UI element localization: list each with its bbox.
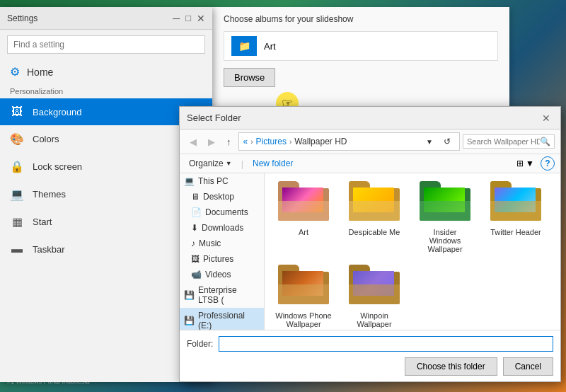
refresh-button[interactable]: ↺	[439, 134, 455, 149]
dialog-actions-bar: Organize ▼ | New folder ⊞ ▼ ?	[180, 154, 560, 173]
folder-shape-art	[278, 184, 329, 221]
search-bar: 🔍	[463, 134, 555, 149]
themes-icon: 💻	[10, 188, 24, 201]
folder-thumb-despicable	[349, 184, 400, 225]
settings-titlebar: Settings ─ □ ✕	[0, 7, 212, 30]
desktop-folder-icon: 🖥	[191, 192, 200, 202]
breadcrumb-pictures[interactable]: Pictures	[256, 137, 287, 146]
folder-front-twitter	[490, 201, 541, 221]
sidebar-videos[interactable]: 📹 Videos	[180, 267, 264, 282]
folder-label-winpoin: Winpoin Wallpaper	[346, 311, 403, 328]
colors-nav-label: Colors	[33, 134, 59, 144]
folder-label-art: Art	[299, 228, 308, 236]
new-folder-button[interactable]: New folder	[249, 157, 296, 170]
breadcrumb-current: Wallpaper HD	[294, 137, 347, 146]
documents-icon: 📄	[191, 207, 202, 217]
folder-label-despicable: Despicable Me	[349, 228, 400, 236]
videos-label: Videos	[205, 270, 231, 279]
slideshow-title: Choose albums for your slideshow	[224, 14, 498, 24]
help-button[interactable]: ?	[541, 156, 555, 171]
dialog-body: 💻 This PC 🖥 Desktop 📄 Documents ⬇ Downlo…	[180, 173, 560, 330]
settings-close-btn[interactable]: ✕	[197, 13, 205, 24]
back-button[interactable]: ◀	[185, 134, 201, 149]
view-mode-button[interactable]: ⊞ ▼	[513, 156, 538, 171]
folder-item-winphone[interactable]: Windows Phone Wallpaper	[272, 264, 335, 330]
dialog-titlebar: Select Folder ✕	[180, 107, 560, 129]
start-nav-label: Start	[33, 217, 52, 227]
sidebar-thispc[interactable]: 💻 This PC	[180, 173, 264, 189]
dialog-buttons: Choose this folder Cancel	[187, 357, 553, 376]
folder-item-art[interactable]: Art	[272, 180, 335, 257]
taskbar-nav-label: Taskbar	[33, 244, 65, 255]
folder-item-twitter[interactable]: Twitter Header	[484, 180, 548, 257]
breadcrumb-sep2: ›	[289, 138, 291, 146]
folder-item-despicable[interactable]: Despicable Me	[342, 180, 406, 257]
sidebar-pictures[interactable]: 🖼 Pictures	[180, 251, 264, 267]
enterprise-label: Enterprise LTSB (	[198, 285, 260, 305]
folder-thumb-winphone	[278, 267, 329, 309]
start-icon: ▦	[10, 215, 24, 229]
background-nav-label: Background	[33, 107, 81, 117]
settings-home-nav[interactable]: ⚙ Home	[0, 59, 212, 84]
desktop-label: Desktop	[203, 192, 234, 202]
sidebar-music[interactable]: ♪ Music	[180, 236, 264, 251]
settings-minimize-btn[interactable]: ─	[173, 13, 180, 24]
background-icon: 🖼	[10, 105, 24, 118]
sidebar-enterprise[interactable]: 💾 Enterprise LTSB (	[180, 282, 264, 308]
folder-item-winpoin[interactable]: Winpoin Wallpaper	[342, 264, 406, 330]
downloads-label: Downloads	[202, 223, 243, 233]
thispc-icon: 💻	[184, 176, 195, 186]
taskbar-icon: ▬	[10, 243, 24, 255]
dialog-toolbar: ◀ ▶ ↑ « › Pictures › Wallpaper HD ▼ ↺ 🔍	[180, 129, 560, 154]
folder-grid: Art Despicable Me	[272, 180, 553, 330]
sidebar-downloads[interactable]: ⬇ Downloads	[180, 220, 264, 236]
professional-icon: 💾	[184, 316, 195, 325]
breadcrumb-sep1: ›	[250, 138, 253, 146]
select-folder-dialog: Select Folder ✕ ◀ ▶ ↑ « › Pictures › Wal…	[179, 106, 561, 382]
thispc-label: This PC	[198, 176, 229, 186]
folder-thumb-winpoin	[349, 267, 400, 309]
folder-sidebar: 💻 This PC 🖥 Desktop 📄 Documents ⬇ Downlo…	[180, 173, 265, 330]
pictures-icon: 🖼	[191, 254, 200, 264]
lockscreen-nav-label: Lock screen	[33, 161, 82, 172]
dialog-footer: Folder: Choose this folder Cancel	[180, 330, 560, 381]
settings-search-container	[0, 30, 212, 59]
album-name: Art	[264, 41, 276, 52]
professional-label: Professional (E:)	[198, 311, 260, 330]
personalization-section-label: Personalization	[0, 84, 212, 98]
dropdown-button[interactable]: ▼	[422, 134, 437, 149]
settings-maximize-btn[interactable]: □	[185, 13, 191, 23]
folder-shape-twitter	[490, 184, 541, 221]
search-icon: 🔍	[540, 137, 550, 146]
browse-button[interactable]: Browse	[224, 68, 275, 87]
folder-thumb-art	[278, 184, 329, 225]
organize-button[interactable]: Organize ▼	[185, 157, 236, 170]
choose-folder-button[interactable]: Choose this folder	[405, 357, 497, 376]
dialog-close-button[interactable]: ✕	[539, 113, 553, 124]
folder-thumb-insider	[420, 184, 470, 225]
themes-nav-label: Themes	[33, 189, 66, 200]
sidebar-professional[interactable]: 💾 Professional (E:)	[180, 308, 264, 330]
up-button[interactable]: ↑	[222, 134, 236, 149]
forward-button[interactable]: ▶	[204, 134, 219, 149]
settings-home-label: Home	[27, 67, 53, 78]
folder-main-content: Art Despicable Me	[265, 173, 560, 330]
music-label: Music	[199, 238, 221, 248]
folder-thumb-twitter	[490, 184, 541, 225]
breadcrumb-controls: ▼ ↺	[422, 134, 455, 149]
folder-front-insider	[420, 201, 470, 221]
settings-search-input[interactable]	[7, 35, 205, 54]
folder-front-desp	[349, 201, 400, 221]
folder-search-input[interactable]	[467, 137, 540, 146]
sidebar-desktop[interactable]: 🖥 Desktop	[180, 189, 264, 204]
documents-label: Documents	[205, 207, 248, 217]
folder-path-input[interactable]	[219, 336, 553, 352]
folder-shape-winpoin	[349, 267, 400, 304]
cancel-button[interactable]: Cancel	[503, 357, 553, 376]
folder-front-art	[278, 201, 329, 221]
folder-shape-insider	[420, 184, 470, 221]
album-item[interactable]: 📁 Art	[224, 31, 498, 61]
folder-item-insider[interactable]: Insider Windows Wallpaper	[413, 180, 477, 257]
breadcrumb-back[interactable]: «	[243, 137, 248, 146]
sidebar-documents[interactable]: 📄 Documents	[180, 204, 264, 220]
